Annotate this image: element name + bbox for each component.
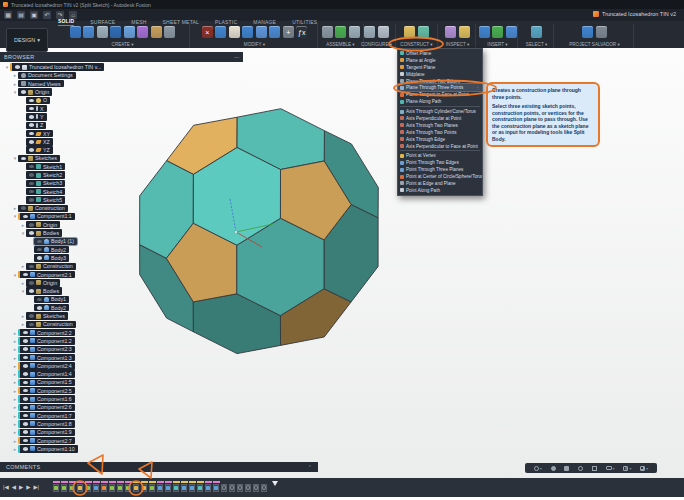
configure-features-icon[interactable] [378, 26, 389, 38]
tree-node-chip[interactable]: YZ [26, 146, 53, 153]
tree-row-sketch2[interactable]: Sketch2 [0, 171, 252, 179]
timeline-feature-body-14[interactable] [157, 481, 164, 494]
timeline-feature-body-6[interactable] [93, 481, 100, 494]
tree-row-origin[interactable]: ▾Origin [0, 88, 252, 96]
browser-header[interactable]: BROWSER — [0, 52, 243, 62]
timeline-feature-pattern-26[interactable] [253, 481, 260, 494]
timeline-feature-body-15[interactable] [165, 481, 172, 494]
tree-row-component2-3[interactable]: ▸Component2:3 [0, 345, 252, 353]
visibility-eye-icon[interactable] [37, 248, 42, 252]
menu-item-point-at-edge-and-plane[interactable]: Point at Edge and Plane [398, 180, 482, 187]
visibility-eye-icon[interactable] [23, 430, 28, 434]
visibility-eye-icon[interactable] [29, 323, 34, 327]
timeline-feature-pattern-27[interactable] [261, 481, 268, 494]
tree-node-chip[interactable]: Construction [26, 321, 76, 328]
tree-row-sketch5[interactable]: Sketch5 [0, 196, 252, 204]
timeline-feature-sketch-5[interactable] [85, 481, 92, 494]
tree-node-chip[interactable]: Origin [26, 221, 60, 228]
tree-node-chip[interactable]: Sketch3 [26, 180, 65, 187]
file-menu-icon[interactable]: ▤ [17, 11, 25, 19]
visibility-eye-icon[interactable] [29, 281, 34, 285]
construct-plane-icon[interactable] [404, 26, 415, 38]
tree-row-component2-6[interactable]: ▸Component2:6 [0, 403, 252, 411]
tree-node-chip[interactable]: Component2:2 [18, 329, 75, 336]
tree-row-bodies[interactable]: ▾Bodies [0, 287, 252, 295]
menu-item-tangent-plane[interactable]: Tangent Plane [398, 64, 482, 71]
salvador-tool-icon[interactable] [582, 26, 593, 38]
visibility-eye-icon[interactable] [23, 331, 28, 335]
timeline-feature-pattern-23[interactable] [229, 481, 236, 494]
tree-row-component1-3[interactable]: ▸Component1:3 [0, 353, 252, 361]
tree-node-chip[interactable]: Y [26, 113, 47, 120]
tree-row-yz[interactable]: YZ [0, 146, 252, 154]
group-label-project-salvador[interactable]: PROJECT SALVADOR ▾ [569, 42, 620, 47]
tree-row-component1-4[interactable]: ▸Component1:4 [0, 370, 252, 378]
menu-item-plane-along-path[interactable]: Plane Along Path [398, 98, 482, 105]
tree-row-construction[interactable]: ▸Construction [0, 320, 252, 328]
visibility-eye-icon[interactable] [23, 406, 28, 410]
menu-item-plane-through-three-points[interactable]: Plane Through Three Points⋮ [398, 84, 482, 91]
tree-node-chip[interactable]: Component1:7 [18, 412, 75, 419]
tree-node-chip[interactable]: Component2:3 [18, 346, 75, 353]
loft-icon[interactable] [97, 26, 108, 38]
tree-node-chip[interactable]: Sketch1 [26, 163, 65, 170]
visibility-eye-icon[interactable] [23, 422, 28, 426]
group-label-configure[interactable]: CONFIGURE ▾ [361, 42, 392, 47]
visibility-eye-icon[interactable] [29, 289, 34, 293]
menu-item-plane-at-angle[interactable]: Plane at Angle [398, 57, 482, 64]
visibility-eye-icon[interactable] [23, 447, 28, 451]
combine-icon[interactable] [256, 26, 267, 38]
tree-row-z[interactable]: Z [0, 121, 252, 129]
sphere-icon[interactable] [110, 26, 121, 38]
tree-row-component2-4[interactable]: ▸Component2:4 [0, 362, 252, 370]
tree-node-chip[interactable]: Component2:7 [18, 437, 75, 444]
viewports-button[interactable]: ▾ [640, 466, 648, 471]
timeline-position-marker[interactable] [272, 481, 278, 486]
tree-node-chip[interactable]: Component1:8 [18, 420, 75, 427]
tree-node-chip[interactable]: Body2 [34, 304, 69, 311]
document-badge[interactable]: Truncated Icosahedron TIN v2 [593, 11, 676, 17]
pin-options-icon[interactable]: ⋮ [476, 85, 481, 90]
tree-row-component2-7[interactable]: ▸Component2:7 [0, 436, 252, 444]
menu-item-point-at-center-of-circle-sphere-torus[interactable]: Point at Center of Circle/Sphere/Torus [398, 173, 482, 180]
select-icon[interactable] [531, 26, 542, 38]
visibility-eye-icon[interactable] [21, 157, 26, 161]
timeline-feature-sketch-3[interactable] [69, 481, 76, 494]
play-icon[interactable]: ▶ [19, 483, 23, 491]
menu-item-axis-through-two-planes[interactable]: Axis Through Two Planes [398, 122, 482, 129]
tree-row-component1-1[interactable]: ▾Component1:1 [0, 212, 252, 220]
tree-row-bodies[interactable]: ▾Bodies [0, 229, 252, 237]
tree-node-chip[interactable]: Component2:4 [18, 362, 75, 369]
group-label-assemble[interactable]: ASSEMBLE ▾ [326, 42, 354, 47]
tree-node-chip[interactable]: Component1:6 [18, 395, 75, 402]
timeline-feature-pattern-25[interactable] [245, 481, 252, 494]
visibility-eye-icon[interactable] [29, 132, 34, 136]
menu-item-point-at-vertex[interactable]: Point at Vertex [398, 152, 482, 159]
tree-row-body1[interactable]: Body1 [0, 295, 252, 303]
salvador-sketch-icon[interactable] [596, 26, 607, 38]
insert-mesh-icon[interactable] [492, 26, 503, 38]
go-to-start-icon[interactable]: |◀ [3, 483, 9, 491]
timeline-feature-pattern-24[interactable] [237, 481, 244, 494]
tree-row-component2-1[interactable]: ▾Component2:1 [0, 270, 252, 278]
visibility-eye-icon[interactable] [37, 240, 42, 244]
visibility-eye-icon[interactable] [23, 356, 28, 360]
visibility-eye-icon[interactable] [23, 364, 28, 368]
visibility-eye-icon[interactable] [29, 148, 34, 152]
timeline-feature-body-18[interactable] [189, 481, 196, 494]
visibility-eye-icon[interactable] [29, 223, 34, 227]
tree-node-chip[interactable]: Sketches [26, 312, 68, 319]
tree-node-chip[interactable]: Sketch5 [26, 196, 65, 203]
tree-node-chip[interactable]: O [26, 97, 50, 104]
visibility-eye-icon[interactable] [23, 372, 28, 376]
tree-row-xz[interactable]: XZ [0, 138, 252, 146]
menu-item-axis-perpendicular-at-point[interactable]: Axis Perpendicular at Point [398, 115, 482, 122]
group-label-construct[interactable]: CONSTRUCT ▾ [400, 42, 432, 47]
assemble-icon[interactable] [322, 26, 333, 38]
visibility-eye-icon[interactable] [23, 339, 28, 343]
timeline-feature-sketch-9[interactable] [117, 481, 124, 494]
visibility-eye-icon[interactable] [29, 182, 34, 186]
group-label-create[interactable]: CREATE ▾ [112, 42, 134, 47]
tree-node-chip[interactable]: XZ [26, 138, 53, 145]
tree-node-chip[interactable]: Document Settings [18, 72, 76, 79]
